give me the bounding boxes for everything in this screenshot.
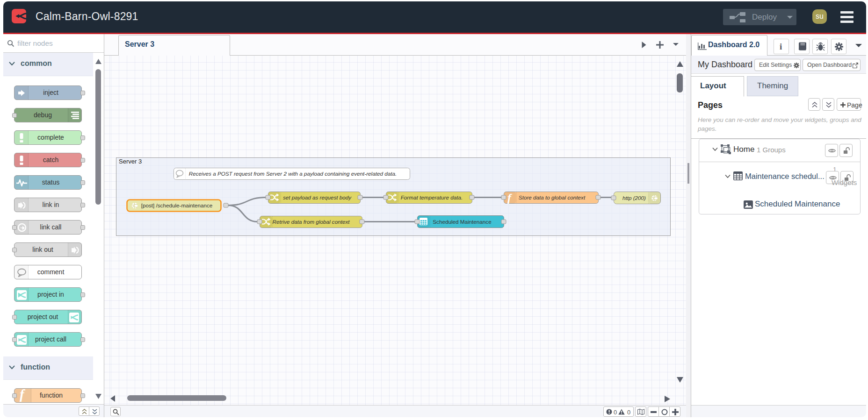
svg-text:Receives a POST request from S: Receives a POST request from Server 2 wi…	[189, 171, 397, 177]
svg-text:[post] /schedule-maintenance: [post] /schedule-maintenance	[141, 202, 213, 208]
svg-text:Store data to global context: Store data to global context	[519, 194, 586, 200]
svg-text:http (200): http (200)	[622, 195, 646, 201]
svg-text:Server 3: Server 3	[119, 158, 142, 165]
svg-text:Retrive data from global conte: Retrive data from global context	[272, 219, 350, 225]
svg-text:Scheduled Maintenance: Scheduled Maintenance	[433, 219, 491, 225]
svg-text:Format temperature data.: Format temperature data.	[401, 194, 463, 200]
svg-text:set payload as request body: set payload as request body	[283, 194, 352, 200]
